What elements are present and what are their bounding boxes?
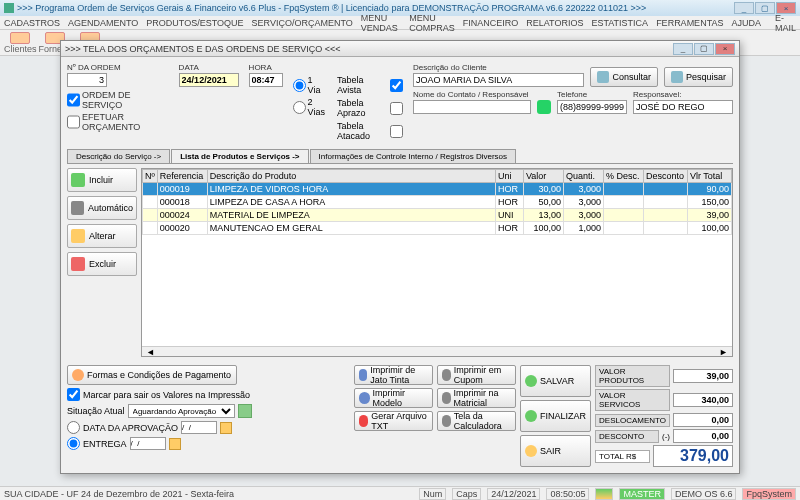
col-quant[interactable]: Quanti.: [564, 170, 604, 183]
menu-financeiro[interactable]: FINANCEIRO: [463, 18, 519, 28]
menu-vendas[interactable]: MENU VENDAS: [361, 13, 401, 33]
app-icon: [4, 3, 14, 13]
menu-produtos[interactable]: PRODUTOS/ESTOQUE: [146, 18, 243, 28]
hora-input[interactable]: [249, 73, 283, 87]
table-row[interactable]: 000024MATERIAL DE LIMPEZAUNI13,003,00039…: [143, 209, 732, 222]
responsavel-label: Responsavel:: [633, 90, 733, 99]
salvar-button[interactable]: SALVAR: [520, 365, 591, 397]
menu-email[interactable]: E-MAIL: [775, 13, 796, 33]
toolbar-clientes[interactable]: Clientes: [4, 32, 37, 54]
products-grid[interactable]: Nº Referencia Descrição do Produto Uni V…: [141, 168, 733, 357]
col-n[interactable]: Nº: [143, 170, 158, 183]
data-aprov-input[interactable]: [181, 421, 217, 434]
imprimir-jato-button[interactable]: Imprimir de Jato Tinta: [354, 365, 433, 385]
total-label: TOTAL R$: [595, 450, 650, 463]
status-brand: FpqSystem: [742, 488, 796, 500]
menu-ajuda[interactable]: AJUDA: [731, 18, 761, 28]
radio-2vias[interactable]: 2 Vias: [293, 97, 327, 117]
sair-button[interactable]: SAIR: [520, 435, 591, 467]
entrega-label: ENTREGA: [83, 439, 127, 449]
calculadora-button[interactable]: Tela da Calculadora: [437, 411, 516, 431]
alterar-button[interactable]: Alterar: [67, 224, 137, 248]
chk-tabela-atacado[interactable]: Tabela Atacado: [337, 121, 403, 141]
data-input[interactable]: [179, 73, 239, 87]
table-row[interactable]: 000018LIMPEZA DE CASA A HORAHOR50,003,00…: [143, 196, 732, 209]
table-row[interactable]: 000020MANUTENCAO EM GERALHOR100,001,0001…: [143, 222, 732, 235]
check-icon: [525, 410, 537, 422]
minimize-button[interactable]: _: [734, 2, 754, 14]
telefone-label: Telefone: [557, 90, 627, 99]
status-flag: [595, 488, 613, 500]
responsavel-input[interactable]: [633, 100, 733, 114]
order-dialog: >>> TELA DOS ORÇAMENTOS E DAS ORDENS DE …: [60, 40, 740, 474]
telefone-input[interactable]: [557, 100, 627, 114]
radio-entrega[interactable]: [67, 437, 80, 450]
total-value: 379,00: [653, 445, 733, 467]
grid-scrollbar[interactable]: ◄►: [142, 346, 732, 356]
desconto-sign: (-): [662, 432, 670, 441]
menu-compras[interactable]: MENU COMPRAS: [409, 13, 455, 33]
col-desconto[interactable]: Desconto: [644, 170, 688, 183]
menu-relatorios[interactable]: RELATORIOS: [526, 18, 583, 28]
status-left: SUA CIDADE - UF 24 de Dezembro de 2021 -…: [4, 489, 234, 499]
coin-icon: [72, 369, 84, 381]
situacao-icon[interactable]: [238, 404, 252, 418]
formas-pagamento-button[interactable]: Formas e Condições de Pagamento: [67, 365, 237, 385]
cal1-icon[interactable]: [220, 422, 232, 434]
contato-input[interactable]: [413, 100, 531, 114]
chk-efetuar-orcamento[interactable]: EFETUAR ORÇAMENTO: [67, 112, 169, 132]
menu-agendamento[interactable]: AGENDAMENTO: [68, 18, 138, 28]
whatsapp-icon[interactable]: [537, 100, 551, 114]
col-desc[interactable]: Descrição do Produto: [207, 170, 495, 183]
tab-lista-produtos[interactable]: Lista de Produtos e Serviços ->: [171, 149, 308, 163]
deslocamento-label: DESLOCAMENTO: [595, 414, 670, 427]
automatico-button[interactable]: Automático: [67, 196, 137, 220]
chk-tabela-avista[interactable]: Tabela Avista: [337, 75, 403, 95]
tab-controle-interno[interactable]: Informações de Controle Interno / Regist…: [310, 149, 517, 163]
valor-servicos-label: VALOR SERVICOS: [595, 389, 670, 411]
col-total[interactable]: Vlr Total: [688, 170, 732, 183]
chk-ordem-servico[interactable]: ORDEM DE SERVIÇO: [67, 90, 169, 110]
search-icon: [597, 71, 609, 83]
gerar-txt-button[interactable]: Gerar Arquivo TXT: [354, 411, 433, 431]
col-valor[interactable]: Valor: [524, 170, 564, 183]
delete-icon: [71, 257, 85, 271]
status-master: MASTER: [619, 488, 665, 500]
dlg-minimize[interactable]: _: [673, 43, 693, 55]
dialog-title: >>> TELA DOS ORÇAMENTOS E DAS ORDENS DE …: [65, 44, 341, 54]
consultar-button[interactable]: Consultar: [590, 67, 658, 87]
situacao-select[interactable]: Aguardando Aprovação: [128, 404, 235, 418]
chk-marcar-valores[interactable]: Marcar para sair os Valores na Impressão: [67, 388, 350, 401]
menu-ferramentas[interactable]: FERRAMENTAS: [656, 18, 723, 28]
col-uni[interactable]: Uni: [496, 170, 524, 183]
menu-estatistica[interactable]: ESTATISTICA: [591, 18, 648, 28]
entrega-input[interactable]: [130, 437, 166, 450]
chk-tabela-aprazo[interactable]: Tabela Aprazo: [337, 98, 403, 118]
excluir-button[interactable]: Excluir: [67, 252, 137, 276]
menu-cadastros[interactable]: CADASTROS: [4, 18, 60, 28]
radio-1via[interactable]: 1 Via: [293, 75, 327, 95]
cal2-icon[interactable]: [169, 438, 181, 450]
calculator-icon: [442, 415, 451, 427]
imprimir-matricial-button[interactable]: Imprimir na Matricial: [437, 388, 516, 408]
tab-descricao[interactable]: Descrição do Serviço ->: [67, 149, 170, 163]
incluir-button[interactable]: Incluir: [67, 168, 137, 192]
imprimir-cupom-button[interactable]: Imprimir em Cupom: [437, 365, 516, 385]
finalizar-button[interactable]: FINALIZAR: [520, 400, 591, 432]
pesquisar-button[interactable]: Pesquisar: [664, 67, 733, 87]
edit-icon: [71, 229, 85, 243]
col-pdesc[interactable]: % Desc.: [604, 170, 644, 183]
status-date: 24/12/2021: [487, 488, 540, 500]
imprimir-modelo-button[interactable]: Imprimir Modelo: [354, 388, 433, 408]
dlg-close[interactable]: ×: [715, 43, 735, 55]
table-row[interactable]: 000019LIMPEZA DE VIDROS HORAHOR30,003,00…: [143, 183, 732, 196]
exit-icon: [525, 445, 537, 457]
dlg-maximize[interactable]: ▢: [694, 43, 714, 55]
maximize-button[interactable]: ▢: [755, 2, 775, 14]
desconto-label: DESCONTO: [595, 430, 659, 443]
desc-cliente-input[interactable]: [413, 73, 584, 87]
radio-data-aprov[interactable]: [67, 421, 80, 434]
ordem-input[interactable]: [67, 73, 107, 87]
col-ref[interactable]: Referencia: [157, 170, 207, 183]
menu-servico[interactable]: SERVIÇO/ORÇAMENTO: [252, 18, 353, 28]
